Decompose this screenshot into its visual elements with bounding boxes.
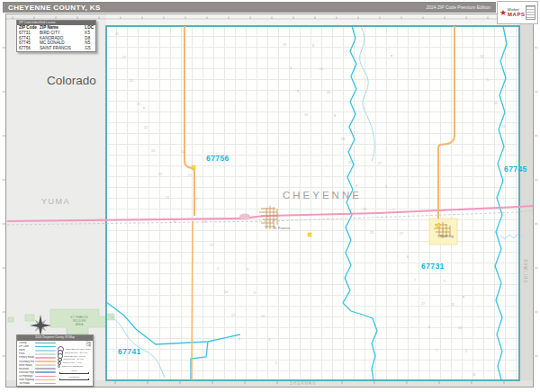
road-number: 23 [363, 208, 366, 211]
road-number: 8 [312, 44, 314, 48]
zip-table-row: 67756SAINT FRANCISG5 [17, 46, 95, 51]
wildlife-area-line: AREA [61, 323, 97, 326]
legend-scale-bars: MilesKilometers [58, 368, 91, 380]
road-number: 3 [290, 67, 292, 70]
legend-item-swatch [35, 361, 56, 362]
zip-code-label: 67756 [206, 154, 230, 163]
road-number: 14 [181, 150, 184, 154]
road-number: 17 [231, 314, 235, 317]
scale-bar-line [59, 372, 89, 375]
road-number: 6 [407, 255, 409, 259]
road-number: 11 [494, 102, 498, 105]
road-number: 6 [428, 325, 430, 329]
road-number: 8 [356, 184, 357, 188]
edition-label: 2024 ZIP Code Premium Edition [426, 4, 490, 10]
road-number: 21 [158, 173, 162, 176]
road-number: 12 [166, 196, 169, 200]
legend-scale-bar: Miles [58, 370, 91, 375]
legend-item-label: Minor Roads [19, 364, 34, 367]
road-number: 7 [436, 349, 437, 352]
road-number: 12 [144, 126, 148, 129]
wildlife-area-label: ST. FRANCISWILDLIFEAREA [61, 316, 97, 326]
road-number: 9 [297, 90, 299, 94]
zip-table-cell: G5 [83, 46, 95, 51]
legend-item-swatch [35, 364, 56, 366]
legend-city-size-label: Cities 50,000 - 249,999 [65, 352, 88, 354]
zip-table-cell: 67756 [17, 46, 38, 51]
zip-table-cell: SAINT FRANCIS [38, 46, 83, 51]
road-number: 3 [268, 338, 270, 342]
zip-table-column: LOC [83, 25, 95, 31]
zip-code-label: 67741 [118, 347, 141, 356]
road-number: 17 [210, 244, 213, 247]
legend-scale-bar: Kilometers [58, 376, 91, 381]
road-number: 11 [451, 303, 454, 307]
legend-item-swatch [35, 350, 56, 352]
road-number: 19 [304, 113, 308, 117]
legend-item: Toll Roads [19, 382, 56, 386]
road-number: 14 [224, 290, 228, 294]
road-number: 13 [458, 326, 462, 330]
neatline-frame [5, 13, 534, 388]
town-label: Bird City [440, 234, 454, 238]
road-number: 19 [283, 43, 286, 47]
map-title: CHEYENNE COUNTY, KS [8, 4, 101, 12]
state-label: Colorado [47, 74, 96, 87]
road-number: 9 [275, 361, 277, 365]
legend-item-label: Secondary Roads [19, 361, 34, 363]
legend-item-label: Parks [19, 352, 34, 355]
road-number: 27 [378, 162, 382, 165]
legend-item-label: US Highways [19, 375, 34, 378]
publisher-logo-box: ★ Market MAPS [497, 1, 538, 24]
road-number: 27 [400, 232, 403, 236]
legend-right-column: CityCity Cities 250,000 and AboveCities … [58, 342, 91, 386]
road-number: 12 [122, 56, 126, 59]
road-number: 15 [151, 149, 155, 153]
legend-item-swatch [35, 383, 56, 385]
brand-name-bottom: MAPS [508, 12, 525, 18]
road-number: 25 [370, 231, 374, 235]
legend-item-swatch [35, 353, 56, 355]
legend-item-label: Interstate Highways [19, 371, 34, 374]
road-number: 6 [385, 185, 387, 189]
neighbor-county-yuma: YUMA [41, 197, 70, 206]
legend-item-swatch [35, 379, 56, 381]
brand-name: Market MAPS [508, 8, 525, 18]
publisher-info-box [526, 5, 536, 20]
road-number: 8 [334, 114, 336, 118]
road-number: 5 [465, 350, 467, 353]
road-number: 9 [254, 291, 256, 295]
legend-item-swatch [35, 371, 56, 373]
legend-city-size-label: Cities 250,000 and Above [66, 348, 92, 351]
legend-city-sizes: Cities 250,000 and AboveCities 50,000 - … [58, 348, 91, 369]
zip-code-label: 67731 [421, 262, 445, 271]
neighbor-county-sherman: SHERMAN [290, 381, 317, 386]
map-sheet: Colorado YUMA CHEYENNE SHERMAN RAWLINS S… [0, 0, 540, 392]
road-number: 7 [414, 279, 416, 282]
road-number: 13 [480, 55, 483, 58]
road-number: 4 [217, 267, 219, 271]
legend-item-label: County [19, 342, 34, 344]
legend-city-size-label: Cities 25,000 - 49,999 [64, 355, 86, 358]
road-number: 21 [115, 32, 119, 36]
road-number: 23 [341, 138, 345, 141]
legend-item-swatch [35, 376, 56, 378]
map-legend: 2024 Cheyenne County, KS Map CountyZIP C… [16, 334, 94, 387]
legend-item-label: Toll Roads [19, 382, 34, 385]
legend-item-swatch [35, 357, 56, 359]
road-number: 25 [348, 161, 352, 165]
legend-item-label: ZIP Code [19, 345, 34, 348]
road-number: 15 [130, 79, 133, 83]
zip-code-label: 67745 [504, 165, 527, 174]
road-number: 14 [202, 220, 206, 224]
legend-item-swatch [35, 343, 56, 344]
road-number: 3 [247, 268, 248, 272]
legend-item-label: Railroads [19, 368, 34, 370]
legend-item-swatch [35, 368, 56, 370]
county-label: CHEYENNE [283, 190, 362, 200]
zip-table-column: ZIP Code [17, 25, 38, 31]
road-number: 4 [238, 337, 240, 341]
legend-line-items: CountyZIP CodeWaterParksPrimary RoadsSec… [19, 342, 56, 386]
legend-city-size-label: Cities 1,000 - 4,999 [63, 361, 83, 364]
legend-item-swatch [35, 346, 56, 348]
